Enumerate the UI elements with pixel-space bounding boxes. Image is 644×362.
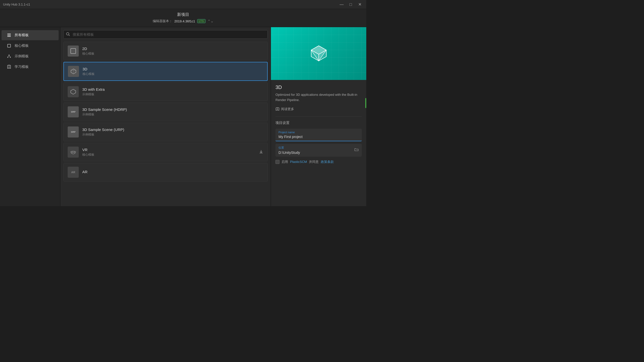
search-icon [66, 32, 70, 37]
project-name-field-group: Project name [275, 129, 362, 141]
square-icon [7, 43, 12, 48]
sidebar-item-learn[interactable]: 学习模板 [2, 62, 59, 72]
dialog-title: 新项目 [0, 12, 366, 17]
nodes-icon [7, 54, 12, 59]
template-info-urp: 3D Sample Scene (URP) 示例模板 [82, 127, 263, 137]
template-category-urp: 示例模板 [82, 132, 263, 137]
policy-link[interactable]: 政策条款 [321, 160, 334, 164]
template-name-2d: 2D [82, 47, 263, 51]
maximize-button[interactable]: □ [347, 1, 354, 8]
preview-panel: 3D Optimized for 3D applications develop… [271, 27, 366, 206]
template-info-3d: 3D 核心模板 [83, 67, 263, 76]
list-icon [7, 33, 12, 38]
template-category-hdrp: 示例模板 [82, 112, 263, 117]
preview-description: Optimized for 3D applications developed … [275, 92, 362, 103]
main-layout: 所有模板 核心模板 示例模板 [0, 27, 366, 206]
template-name-3d-extra: 3D with Extra [82, 87, 263, 92]
project-name-label: Project name [275, 129, 362, 134]
svg-point-6 [10, 57, 11, 58]
template-info-3d-extra: 3D with Extra 示例模板 [82, 87, 263, 97]
editor-version-value: 2019.4.36f1c1 [174, 19, 195, 23]
editor-label: 编辑器版本： [153, 19, 172, 23]
dialog-header: 新项目 编辑器版本： 2019.4.36f1c1 LTS ⌃⌄ [0, 9, 366, 27]
svg-point-14 [74, 152, 75, 153]
svg-rect-2 [7, 36, 11, 37]
template-info-hdrp: 3D Sample Scene (HDRP) 示例模板 [82, 107, 263, 117]
plasticscm-link[interactable]: PlasticSCM [290, 160, 307, 164]
template-item-urp[interactable]: SRP 3D Sample Scene (URP) 示例模板 [63, 123, 268, 141]
app-title: Unity Hub 3.1.1-c1 [3, 3, 30, 6]
template-info-vr: VR 核心模板 [82, 148, 255, 157]
settings-section-title: 项目设置 [275, 121, 362, 125]
svg-point-13 [72, 152, 73, 153]
svg-point-5 [7, 57, 8, 58]
template-item-ar[interactable]: AR AR [63, 163, 268, 182]
svg-rect-12 [71, 49, 76, 54]
sidebar-item-sample[interactable]: 示例模板 [2, 51, 59, 61]
template-thumb-hdrp: SRP [68, 106, 79, 117]
version-selector-chevron[interactable]: ⌃⌄ [208, 19, 214, 23]
template-category-3d: 核心模板 [83, 72, 263, 76]
template-category-3d-extra: 示例模板 [82, 92, 263, 97]
svg-rect-0 [7, 34, 11, 34]
plasticscm-checkbox[interactable] [275, 160, 279, 164]
lts-badge: LTS [197, 19, 206, 23]
template-item-3d[interactable]: 3D 核心模板 [63, 62, 268, 81]
editor-version-row: 编辑器版本： 2019.4.36f1c1 LTS ⌃⌄ [0, 19, 366, 23]
window-controls: — □ ✕ [338, 1, 363, 8]
sidebar-label-sample: 示例模板 [15, 54, 29, 59]
preview-content: 3D Optimized for 3D applications develop… [271, 80, 366, 206]
preview-template-name: 3D [275, 84, 362, 90]
template-item-2d[interactable]: 2D 核心模板 [63, 42, 268, 60]
sidebar-label-core: 核心模板 [15, 43, 29, 48]
preview-image [271, 27, 366, 80]
svg-rect-3 [8, 44, 11, 47]
close-button[interactable]: ✕ [356, 1, 363, 8]
template-name-ar: AR [82, 170, 263, 174]
template-item-3d-extra[interactable]: 3D with Extra 示例模板 [63, 82, 268, 101]
folder-browse-button[interactable] [351, 147, 362, 153]
svg-rect-1 [7, 35, 11, 35]
download-icon-vr [259, 149, 263, 155]
sidebar-item-core[interactable]: 核心模板 [2, 41, 59, 51]
divider [275, 116, 362, 117]
svg-line-8 [9, 56, 10, 57]
read-more-button[interactable]: 阅读更多 [275, 107, 362, 111]
project-name-input[interactable] [275, 134, 362, 141]
sidebar-label-all: 所有模板 [15, 33, 29, 37]
template-name-vr: VR [82, 148, 255, 152]
template-thumb-ar: AR [68, 167, 79, 178]
plasticscm-row: 启用 PlasticSCM 并同意 政策条款 [275, 160, 362, 164]
template-info-2d: 2D 核心模板 [82, 47, 263, 56]
template-thumb-urp: SRP [68, 126, 79, 138]
template-item-vr[interactable]: VR 核心模板 [63, 143, 268, 161]
template-name-hdrp: 3D Sample Scene (HDRP) [82, 107, 263, 112]
book-open-icon [275, 107, 279, 111]
template-info-ar: AR [82, 170, 263, 175]
location-input[interactable] [275, 150, 351, 157]
template-category-2d: 核心模板 [82, 52, 263, 56]
template-thumb-vr [68, 147, 79, 158]
minimize-button[interactable]: — [338, 1, 345, 8]
template-item-hdrp[interactable]: SRP 3D Sample Scene (HDRP) 示例模板 [63, 103, 268, 121]
template-thumb-3d-extra [68, 86, 79, 97]
titlebar: Unity Hub 3.1.1-c1 — □ ✕ [0, 0, 366, 9]
template-category-vr: 核心模板 [82, 153, 255, 157]
sidebar: 所有模板 核心模板 示例模板 [0, 27, 60, 206]
template-list: 2D 核心模板 3D 核心模板 [60, 27, 271, 206]
location-inner: 位置 [275, 144, 351, 157]
svg-line-11 [69, 35, 70, 36]
template-name-urp: 3D Sample Scene (URP) [82, 127, 263, 132]
preview-logo [309, 43, 329, 64]
svg-point-10 [66, 33, 69, 35]
search-bar [63, 30, 268, 39]
template-thumb-3d [68, 66, 79, 77]
sidebar-label-learn: 学习模板 [15, 65, 29, 69]
location-label: 位置 [275, 144, 351, 150]
template-name-3d: 3D [83, 67, 263, 71]
sidebar-item-all[interactable]: 所有模板 [2, 30, 59, 40]
accent-bar [365, 98, 366, 108]
svg-line-7 [8, 56, 9, 57]
search-input[interactable] [63, 30, 268, 39]
book-icon [7, 64, 12, 69]
